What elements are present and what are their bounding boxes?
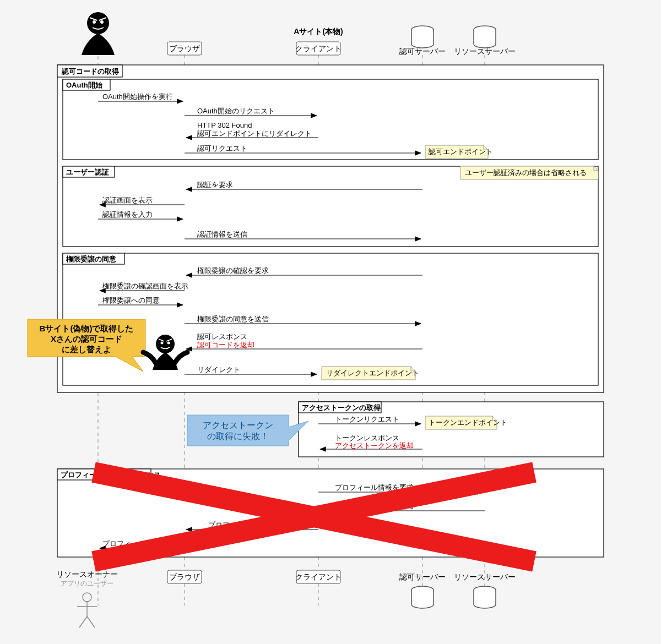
attacker-icon-top [82, 12, 115, 55]
db-auth-bottom [411, 586, 434, 608]
speech-yellow-l3: に差し替えよ [62, 345, 111, 354]
site-a-title: Aサイト(本物) [294, 27, 343, 36]
note-token-endpoint-label: トークンエンドポイント [429, 418, 507, 427]
actor-attacker-sub: アプリのユーザー [61, 580, 113, 587]
svg-line-14 [87, 616, 95, 627]
msg-m7: 認証情報を入力 [102, 210, 153, 219]
msg-m9: 権限委譲の確認を要求 [197, 266, 269, 275]
note-redirect-endpoint-label: リダイレクトエンドポイント [326, 369, 419, 377]
svg-point-2 [100, 20, 104, 24]
msg-m12: 権限委譲の同意を送信 [197, 315, 269, 323]
actor-client-bottom-label: クライアント [295, 572, 342, 581]
speech-blue-l1: アクセストークン [203, 421, 273, 430]
group-oauth-start-label: OAuth開始 [66, 81, 103, 89]
actor-client-label: クライアント [295, 44, 342, 53]
db-resource-bottom [474, 586, 496, 608]
speech-yellow-l1: Bサイト(偽物)で取得した [40, 324, 134, 333]
group-consent-label: 権限委譲の同意 [66, 255, 117, 263]
msg-m5: 認証を要求 [197, 181, 233, 189]
actor-resource-bottom-label: リソースサーバー [454, 572, 516, 581]
group-oauth-start [63, 79, 598, 160]
svg-line-13 [79, 616, 87, 627]
msg-m16a: トークンレスポンス [335, 434, 399, 442]
note-auth-endpoint-label: 認可エンドポイント [429, 148, 493, 156]
db-resource-top [474, 26, 496, 48]
speech-yellow-l2: Xさんの認可コード [51, 334, 122, 343]
msg-m14: リダイレクト [197, 365, 240, 374]
msg-m13b: 認可コードを返却 [197, 341, 254, 349]
svg-point-6 [161, 342, 164, 345]
msg-m4: 認可リクエスト [197, 144, 247, 152]
note-skip-auth-label: ユーザー認証済みの場合は省略される [465, 168, 587, 177]
msg-m11: 権限委譲への同意 [102, 296, 160, 304]
group-user-auth-label: ユーザー認証 [66, 168, 109, 176]
svg-point-0 [87, 12, 109, 34]
msg-m8: 認証情報を送信 [197, 230, 247, 238]
actor-browser-bottom-label: ブラウザ [169, 572, 200, 581]
db-auth-top [411, 26, 434, 48]
msg-m10: 権限委譲の確認画面を表示 [102, 282, 188, 290]
msg-m6: 認証画面を表示 [102, 196, 153, 204]
actor-attacker-label: リソースオーナー [56, 570, 118, 578]
stick-figure-icon [77, 593, 97, 627]
actor-auth-label: 認可サーバー [399, 47, 446, 56]
msg-m1: OAuth開始操作を実行 [102, 92, 173, 101]
msg-m3b: 認可エンドポイントにリダイレクト [197, 129, 312, 138]
speech-blue-l2: の取得に失敗！ [207, 432, 269, 441]
msg-m15: トークンリクエスト [335, 415, 399, 423]
msg-m16b: アクセストークンを返却 [335, 441, 414, 450]
msg-m3a: HTTP 302 Found [197, 121, 252, 129]
svg-point-5 [156, 335, 175, 353]
actor-resource-label: リソースサーバー [454, 47, 516, 56]
group-auth-code-label: 認可コードの取得 [61, 67, 119, 75]
speech-blue: アクセストークン の取得に失敗！ [187, 415, 308, 446]
actor-browser-label: ブラウザ [169, 44, 200, 53]
svg-point-7 [167, 342, 170, 345]
group-token-label: アクセストークンの取得 [302, 403, 381, 412]
msg-m2: OAuth開始のリクエスト [197, 107, 275, 115]
svg-point-1 [93, 20, 96, 24]
msg-m13a: 認可レスポンス [197, 332, 247, 341]
actor-auth-bottom-label: 認可サーバー [399, 572, 446, 581]
svg-point-10 [83, 593, 91, 602]
